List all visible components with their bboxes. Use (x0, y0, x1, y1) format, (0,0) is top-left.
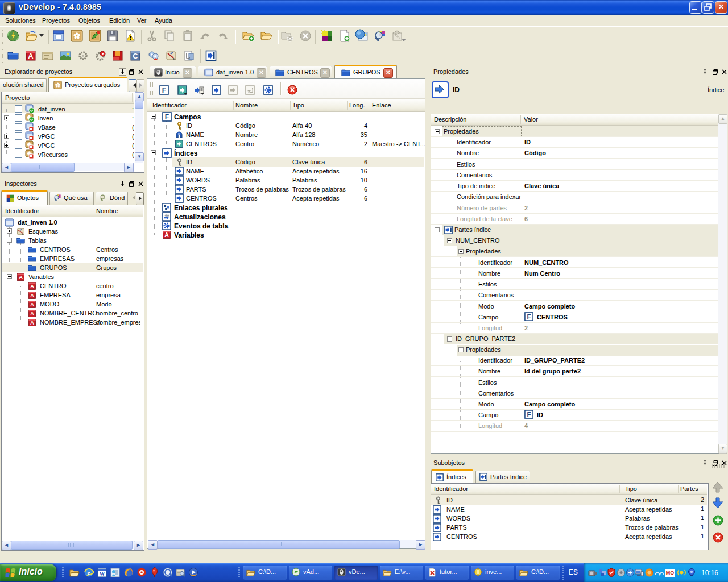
svg-text:C: C (133, 52, 138, 60)
svg-text:A: A (30, 310, 34, 317)
svg-text:W: W (100, 571, 105, 577)
svg-text:A: A (30, 319, 34, 326)
svg-text:e: e (88, 569, 90, 576)
svg-text:F: F (527, 313, 531, 320)
svg-text:A: A (30, 301, 34, 307)
svg-text:A: A (30, 283, 34, 289)
svg-text:A: A (28, 52, 34, 60)
svg-text:F: F (527, 411, 531, 418)
svg-text:A: A (19, 274, 23, 280)
svg-text:A: A (164, 232, 169, 238)
svg-text:F: F (162, 86, 166, 94)
svg-text:F: F (165, 113, 169, 121)
svg-text:A: A (30, 292, 34, 298)
